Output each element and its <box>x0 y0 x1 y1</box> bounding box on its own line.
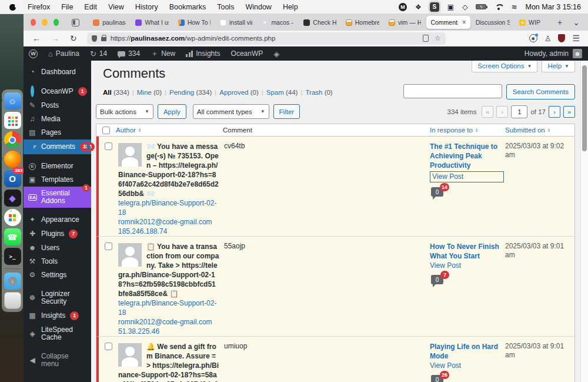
page-scrollbar[interactable] <box>580 61 588 382</box>
next-page-button[interactable]: › <box>549 106 560 118</box>
m-circle-icon[interactable]: M <box>399 3 407 11</box>
current-page-input[interactable] <box>511 105 527 118</box>
scrollbar-thumb[interactable] <box>582 65 587 151</box>
author-url-link[interactable]: telegra.ph/Binance-Support-02-18 <box>118 198 219 217</box>
submitted-date-link[interactable]: 2025/03/03 at 9:01 am <box>505 342 564 359</box>
sidebar-item-media[interactable]: ♫Media <box>24 112 91 126</box>
battery-icon[interactable]: ϟ <box>476 4 486 9</box>
terminal-dock-icon[interactable]: >_ <box>4 248 21 265</box>
tab-install-vim[interactable]: Ginstall vim h <box>216 16 256 29</box>
sidebar-item-dashboard[interactable]: ◔Dashboard <box>24 65 91 79</box>
adminbar-updates[interactable]: ↻14 <box>85 46 112 61</box>
adminbar-insights[interactable]: Insights <box>181 46 225 61</box>
comment-type-select[interactable]: All comment types▼ <box>193 104 269 119</box>
trash-dock-icon[interactable] <box>4 292 21 309</box>
tab-check-homebrew[interactable]: Check Hom <box>299 16 340 29</box>
apply-button[interactable]: Apply <box>158 104 186 119</box>
search-comments-button[interactable]: Search Comments <box>506 84 575 99</box>
sidebar-item-users[interactable]: ☻Users <box>24 241 91 255</box>
tab-paulinasaez[interactable]: paulinasaez <box>89 16 130 29</box>
author-ip-link[interactable]: 185.246.188.74 <box>118 227 219 236</box>
finder-dock-icon[interactable]: ☺ <box>4 92 21 109</box>
tab-how-to-install[interactable]: How To Inst <box>174 16 215 29</box>
sidebar-item-oceanwp[interactable]: OceanWP1 <box>24 84 91 99</box>
window-minimize-button[interactable] <box>42 19 47 26</box>
outlook-dock-icon[interactable]: O383 <box>4 170 21 187</box>
menu-history[interactable]: History <box>135 3 158 11</box>
post-title-link[interactable]: How To Never Finish What You Start <box>430 242 505 261</box>
menu-view[interactable]: View <box>108 3 124 11</box>
filter-button[interactable]: Filter <box>273 104 300 119</box>
first-page-button[interactable]: « <box>482 106 493 118</box>
new-tab-button[interactable]: + <box>553 18 567 27</box>
shottr-icon[interactable]: S <box>430 2 439 12</box>
filter-mine[interactable]: Mine (0) <box>137 89 162 96</box>
menubar-app-name[interactable]: Firefox <box>28 3 50 11</box>
submitted-date-link[interactable]: 2025/03/03 at 9:01 am <box>505 242 564 259</box>
reader-mode-icon[interactable] <box>423 35 429 42</box>
account-icon[interactable]: ☻ <box>529 34 537 42</box>
row-checkbox[interactable] <box>105 343 112 350</box>
menu-bookmarks[interactable]: Bookmarks <box>169 3 206 11</box>
window-zoom-button[interactable] <box>54 19 59 26</box>
in-response-to-column-header[interactable]: In response to▲▼ <box>430 127 505 134</box>
adminbar-site-name[interactable]: ⌂Paulina <box>43 46 85 61</box>
help-button[interactable]: Help▼ <box>542 61 575 72</box>
author-column-header[interactable]: Author▲▼ <box>116 127 223 134</box>
row-checkbox[interactable] <box>105 243 112 250</box>
url-text[interactable]: https://paulinasaez.com/wp-admin/edit-co… <box>111 35 276 42</box>
adminbar-litespeed[interactable]: ◈ <box>268 46 285 61</box>
view-post-link[interactable]: View Post <box>430 261 461 270</box>
tab-vim-homebrew[interactable]: vim — Hom <box>385 16 425 29</box>
extension-icon[interactable]: ♙ <box>544 34 552 43</box>
post-title-link[interactable]: Playing Life on Hard Mode <box>430 342 505 361</box>
sidebar-item-pages[interactable]: ▤Pages <box>24 126 91 139</box>
obsidian-dock-icon[interactable]: ◆ <box>4 190 21 207</box>
pending-comments-bubble[interactable]: 07 <box>431 275 443 284</box>
apple-menu-icon[interactable] <box>9 3 16 11</box>
adminbar-oceanwp[interactable]: OceanWP <box>226 46 269 61</box>
filter-trash[interactable]: Trash (0) <box>305 89 332 96</box>
select-all-checkbox[interactable] <box>102 127 110 134</box>
back-icon[interactable]: ← <box>28 34 45 43</box>
downloads-dock-icon[interactable]: ↓ <box>4 273 21 290</box>
adminbar-comments[interactable]: 334 <box>112 46 145 61</box>
admin-avatar[interactable]: ☻ <box>573 49 582 58</box>
adminbar-new[interactable]: ＋New <box>145 46 181 61</box>
search-comments-input[interactable] <box>403 84 502 98</box>
pending-comments-bubble[interactable]: 026 <box>431 375 443 382</box>
view-post-link[interactable]: View Post <box>432 172 463 181</box>
filter-spam[interactable]: Spam (44) <box>266 89 298 96</box>
reload-icon[interactable]: ↻ <box>66 34 81 43</box>
last-page-button[interactable]: » <box>563 106 575 118</box>
pending-comments-bubble[interactable]: 014 <box>431 187 443 197</box>
menu-hamburger-icon[interactable]: ☰ <box>572 34 580 43</box>
menu-edit[interactable]: Edit <box>84 3 97 11</box>
tracking-protection-shield-icon[interactable] <box>92 35 97 42</box>
sidebar-toggle-icon[interactable] <box>72 19 79 26</box>
sidebar-item-elementor[interactable]: EElementor <box>24 160 91 173</box>
whatsapp-dock-icon[interactable]: ☎ <box>4 228 21 245</box>
wifi-icon[interactable] <box>495 4 503 10</box>
menu-window[interactable]: Window <box>245 3 271 11</box>
filter-all[interactable]: All (334) <box>103 89 129 96</box>
screen-options-button[interactable]: Screen Options▼ <box>472 61 537 72</box>
sidebar-item-posts[interactable]: ✎Posts <box>24 99 91 112</box>
menu-help[interactable]: Help <box>283 3 298 11</box>
author-email-link[interactable]: romnik2012@code-gmail.com <box>118 317 219 327</box>
howdy-admin[interactable]: Howdy, admin <box>524 49 569 58</box>
lock-icon[interactable] <box>101 37 106 41</box>
ublock-shield-icon[interactable] <box>558 34 565 42</box>
sidebar-item-loginizer[interactable]: ☸Loginizer Security <box>24 287 91 308</box>
screenshot-window-icon[interactable]: ▣ <box>447 3 454 11</box>
post-title-link[interactable]: The #1 Technique to Achieving Peak Produ… <box>430 142 505 170</box>
sidebar-item-essential-addons[interactable]: EAEssential Addons1 <box>24 187 91 208</box>
sidebar-item-plugins[interactable]: ✚Plugins7 <box>24 227 91 241</box>
firefox-dock-icon[interactable] <box>4 151 21 168</box>
window-close-button[interactable] <box>31 19 36 26</box>
stack-icon[interactable]: ≋ <box>511 3 517 11</box>
sidebar-item-templates[interactable]: ▣Templates <box>24 173 91 187</box>
row-checkbox[interactable] <box>105 142 112 150</box>
sidebar-item-settings[interactable]: ⚙Settings <box>24 268 91 282</box>
author-ip-link[interactable]: 51.38.225.46 <box>118 327 219 336</box>
